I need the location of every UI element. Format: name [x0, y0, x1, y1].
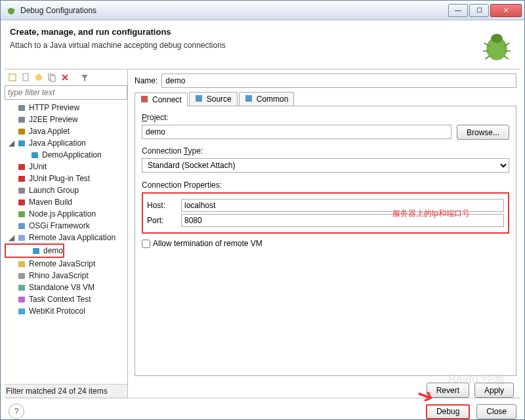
header-bug-icon: [478, 27, 515, 64]
tree-item-label: DemoApplication: [42, 150, 102, 159]
svg-rect-18: [18, 129, 25, 135]
port-label: Port:: [147, 216, 178, 225]
svg-rect-16: [18, 105, 25, 111]
name-label: Name:: [135, 76, 158, 85]
v8-icon: [16, 282, 27, 293]
svg-point-13: [35, 74, 42, 81]
browse-button[interactable]: Browse...: [457, 125, 509, 140]
java-icon: [30, 150, 40, 160]
tab-common[interactable]: Common: [239, 92, 295, 106]
project-input[interactable]: [142, 125, 452, 139]
help-icon[interactable]: ?: [9, 404, 24, 419]
minimize-button[interactable]: —: [448, 4, 468, 17]
tree-item-label: demo: [43, 246, 63, 255]
server-icon: [16, 102, 27, 113]
bug-icon: [6, 5, 16, 16]
host-input[interactable]: [181, 199, 504, 212]
export-icon[interactable]: [33, 72, 44, 83]
tree-item-label: Launch Group: [29, 186, 79, 195]
new-prototype-icon[interactable]: [20, 72, 31, 83]
tree-item-j2ee-preview[interactable]: J2EE Preview: [5, 114, 127, 125]
tree-item-remote-javascript[interactable]: Remote JavaScript: [5, 258, 127, 270]
tree-item-demoapplication[interactable]: DemoApplication: [5, 149, 127, 161]
common-icon: [245, 94, 254, 104]
connect-icon: [140, 95, 150, 104]
tree-item-label: JUnit: [29, 162, 47, 171]
tree-item-label: Remote JavaScript: [29, 259, 95, 268]
svg-rect-28: [33, 248, 39, 254]
debug-button[interactable]: Debug: [426, 404, 470, 419]
svg-rect-11: [9, 74, 16, 81]
svg-rect-26: [18, 223, 25, 229]
delete-icon[interactable]: [60, 72, 70, 83]
rhino-icon: [16, 270, 27, 281]
dialog-footer: ? Debug Close Baidu 经验: [1, 398, 524, 420]
close-window-button[interactable]: ✕: [490, 4, 522, 17]
new-config-icon[interactable]: [7, 72, 18, 83]
source-icon: [195, 94, 204, 104]
port-input[interactable]: [181, 214, 504, 227]
tree-item-standalone-v8-vm[interactable]: Standalone V8 VM: [5, 282, 127, 293]
tree-item-webkit-protocol[interactable]: WebKit Protocol: [5, 305, 127, 317]
svg-rect-17: [18, 117, 25, 123]
filter-status: Filter matched 24 of 24 items: [5, 384, 127, 398]
junit-icon: [16, 161, 27, 172]
tree-item-node-js-application[interactable]: Node.js Application: [5, 208, 127, 220]
tree-item-java-application[interactable]: ◢Java Application: [5, 137, 127, 149]
tree-item-java-applet[interactable]: Java Applet: [5, 125, 127, 137]
project-label: Project:: [142, 113, 509, 122]
svg-rect-24: [18, 200, 25, 205]
tree-item-junit[interactable]: JUnit: [5, 161, 127, 173]
maven-icon: [16, 197, 27, 207]
tree-item-osgi-framework[interactable]: OSGi Framework: [5, 220, 127, 232]
svg-rect-36: [245, 95, 252, 102]
tree-item-label: J2EE Preview: [29, 115, 78, 124]
tree-item-label: Remote Java Application: [29, 233, 116, 242]
tab-label: Connect: [152, 95, 182, 104]
svg-rect-23: [18, 188, 25, 194]
name-input[interactable]: [161, 74, 516, 88]
tree-item-remote-java-application[interactable]: ◢Remote Java Application: [5, 232, 127, 243]
tree-item-label: Java Application: [29, 138, 86, 148]
tab-source[interactable]: Source: [189, 92, 238, 106]
tree-item-rhino-javascript[interactable]: Rhino JavaScript: [5, 270, 127, 282]
svg-rect-31: [18, 285, 25, 291]
maximize-button[interactable]: ☐: [469, 4, 489, 17]
config-tree[interactable]: HTTP PreviewJ2EE PreviewJava Applet◢Java…: [5, 100, 127, 384]
tab-connect[interactable]: Connect: [135, 93, 188, 106]
tree-item-junit-plug-in-test[interactable]: JUnit Plug-in Test: [5, 173, 127, 184]
svg-rect-27: [18, 235, 25, 241]
svg-line-9: [486, 56, 490, 59]
svg-rect-22: [18, 176, 25, 182]
server-icon: [16, 114, 27, 125]
svg-rect-33: [18, 308, 25, 314]
svg-rect-25: [18, 211, 25, 217]
revert-button[interactable]: Revert: [427, 383, 469, 398]
filter-icon[interactable]: [79, 72, 90, 83]
apply-button[interactable]: Apply: [474, 383, 514, 398]
svg-rect-20: [32, 152, 38, 158]
tree-item-http-preview[interactable]: HTTP Preview: [5, 102, 127, 114]
tree-item-label: HTTP Preview: [29, 103, 79, 112]
allow-termination-label: Allow termination of remote VM: [153, 239, 262, 248]
tree-item-label: JUnit Plug-in Test: [29, 174, 90, 183]
header-subtitle: Attach to a Java virtual machine accepti…: [10, 41, 478, 50]
close-button[interactable]: Close: [476, 404, 516, 419]
config-tree-panel: HTTP PreviewJ2EE PreviewJava Applet◢Java…: [5, 70, 128, 398]
tab-label: Common: [257, 94, 289, 104]
tree-item-launch-group[interactable]: Launch Group: [5, 184, 127, 196]
remote-icon: [16, 232, 27, 243]
svg-rect-34: [141, 96, 148, 102]
tree-item-maven-build[interactable]: Maven Build: [5, 196, 127, 208]
tab-bar: ConnectSourceCommon: [135, 92, 516, 106]
svg-rect-32: [18, 297, 25, 303]
svg-rect-12: [23, 74, 28, 81]
filter-input[interactable]: [5, 85, 127, 100]
allow-termination-checkbox[interactable]: [142, 240, 150, 248]
config-detail-panel: Name: ConnectSourceCommon Project: Brows…: [128, 70, 520, 398]
tree-item-demo[interactable]: demo: [6, 245, 63, 257]
connection-type-select[interactable]: Standard (Socket Attach): [142, 158, 509, 173]
task-icon: [16, 294, 27, 304]
duplicate-icon[interactable]: [47, 72, 57, 83]
tree-item-task-context-test[interactable]: Task Context Test: [5, 293, 127, 305]
